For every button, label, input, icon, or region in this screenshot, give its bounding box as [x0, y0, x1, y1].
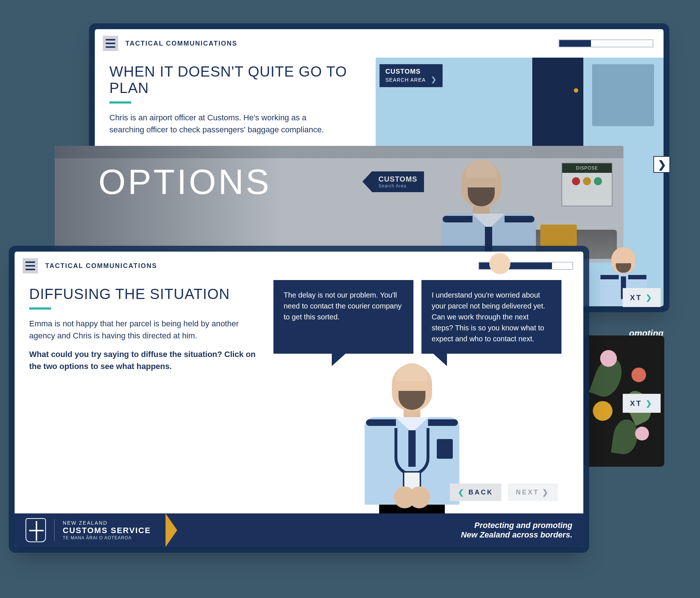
slide-diffusing-the-situation: TACTICAL COMMUNICATIONS DIFFUSING THE SI…	[15, 252, 583, 547]
chevron-right-icon: ❯	[646, 294, 653, 302]
menu-icon[interactable]	[23, 258, 38, 273]
page-title: DIFFUSING THE SITUATION	[29, 286, 262, 302]
chevron-right-icon: ❯	[542, 488, 550, 497]
officer-illustration	[361, 364, 463, 518]
next-button-fragment[interactable]: XT ❯	[623, 288, 661, 307]
dialogue-option-a[interactable]: The delay is not our problem. You'll nee…	[273, 280, 413, 354]
menu-icon[interactable]	[103, 36, 118, 51]
customs-area-sign: CUSTOMS SEARCH AREA ❯	[380, 64, 443, 87]
chevron-gold-icon	[166, 513, 177, 547]
chevron-right-icon: ❯	[431, 76, 437, 83]
banner-title: OPTIONS	[98, 162, 271, 202]
booth-graphic	[592, 64, 654, 126]
crest-icon	[26, 518, 46, 542]
brand-footer: NEW ZEALAND CUSTOMS SERVICE TE MANA ĀRAI…	[15, 513, 583, 547]
carousel-next-icon[interactable]: ❯	[653, 156, 670, 173]
brand-text: NEW ZEALAND CUSTOMS SERVICE TE MANA ĀRAI…	[63, 520, 151, 540]
chevron-right-icon: ❯	[646, 399, 653, 407]
title-rule	[109, 101, 131, 104]
page-title: WHEN IT DOESN'T QUITE GO TO PLAN	[109, 63, 365, 96]
chevron-left-icon: ❮	[458, 488, 466, 497]
intro-paragraph: Chris is an airport officer at Customs. …	[109, 112, 343, 136]
nav-buttons: ❮ BACK NEXT ❯	[450, 484, 558, 501]
progress-bar	[559, 39, 653, 47]
breadcrumb: TACTICAL COMMUNICATIONS	[45, 262, 157, 270]
progress-fill	[559, 40, 591, 47]
instruction-paragraph: What could you try saying to diffuse the…	[29, 348, 262, 372]
options-column: The delay is not our problem. You'll nee…	[273, 280, 569, 510]
breadcrumb: TACTICAL COMMUNICATIONS	[125, 40, 237, 47]
dialogue-option-b[interactable]: I understand you're worried about your p…	[421, 280, 561, 354]
context-paragraph: Emma is not happy that her parcel is bei…	[29, 318, 262, 342]
next-button[interactable]: NEXT ❯	[508, 484, 558, 501]
video-banner-options: DISPOSE CUSTOMS Search Area OPTIONS	[55, 146, 623, 263]
text-column: DIFFUSING THE SITUATION Emma is not happ…	[29, 280, 262, 510]
brand-tagline: Protecting and promoting New Zealand acr…	[461, 521, 572, 540]
next-button-fragment[interactable]: XT ❯	[623, 394, 661, 413]
slide-header: TACTICAL COMMUNICATIONS	[95, 29, 664, 54]
title-rule	[29, 307, 51, 310]
back-button[interactable]: ❮ BACK	[450, 484, 501, 501]
